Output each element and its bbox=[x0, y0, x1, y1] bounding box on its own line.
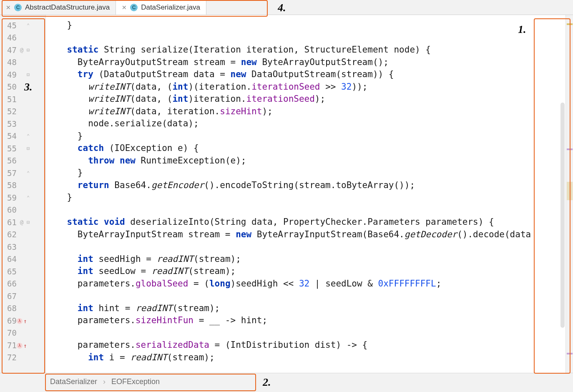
error-strip-marker[interactable] bbox=[567, 182, 573, 200]
code-line[interactable]: } bbox=[46, 130, 565, 143]
code-line[interactable]: throw new RuntimeException(e); bbox=[46, 155, 565, 167]
tab-abstractdatastructure[interactable]: ✕ C AbstractDataStructure.java bbox=[0, 0, 116, 15]
gutter-row[interactable]: 47@⊟ bbox=[0, 44, 45, 56]
tab-dataserializer[interactable]: ✕ C DataSerializer.java bbox=[116, 0, 206, 15]
gutter-mark: λ↑ bbox=[17, 317, 27, 324]
editor-main: 45⌃4647@⊟4849⊟5051525354⌃55⊟5657⌃5859⌃60… bbox=[0, 15, 573, 373]
error-strip[interactable] bbox=[565, 15, 573, 373]
error-strip-marker[interactable] bbox=[567, 353, 573, 354]
java-class-icon: C bbox=[14, 4, 22, 11]
gutter-row[interactable]: 58 bbox=[0, 179, 45, 192]
error-strip-marker[interactable] bbox=[567, 23, 573, 25]
gutter-row[interactable]: 66 bbox=[0, 278, 45, 290]
gutter-row[interactable]: 50 bbox=[0, 81, 45, 93]
fold-icon[interactable]: ⊟ bbox=[27, 219, 34, 225]
line-number: 46 bbox=[3, 33, 17, 42]
code-line[interactable]: int seedHigh = readINT(stream); bbox=[46, 253, 565, 266]
code-line[interactable]: static String serialize(Iteration iterat… bbox=[46, 44, 565, 56]
lambda-icon: λ↑ bbox=[17, 342, 27, 349]
breadcrumb-item[interactable]: DataSerializer bbox=[50, 377, 97, 386]
line-number: 64 bbox=[3, 254, 17, 264]
line-number: 54 bbox=[3, 131, 17, 141]
line-number: 47 bbox=[3, 45, 17, 55]
gutter-row[interactable]: 56 bbox=[0, 155, 45, 167]
line-number: 65 bbox=[3, 267, 17, 276]
close-icon[interactable]: ✕ bbox=[122, 4, 127, 11]
gutter-row[interactable]: 55⊟ bbox=[0, 142, 45, 155]
gutter-row[interactable]: 68 bbox=[0, 302, 45, 315]
gutter-row[interactable]: 67 bbox=[0, 290, 45, 302]
code-line[interactable]: writeINT(data, (int)iteration.iterationS… bbox=[46, 93, 565, 106]
code-line[interactable] bbox=[46, 290, 565, 302]
code-line[interactable] bbox=[46, 241, 565, 253]
gutter-row[interactable]: 70 bbox=[0, 327, 45, 339]
code-line[interactable]: ByteArrayInputStream stream = new ByteAr… bbox=[46, 229, 565, 241]
gutter-row[interactable]: 46 bbox=[0, 32, 45, 44]
code-line[interactable]: } bbox=[46, 167, 565, 179]
line-number: 66 bbox=[3, 279, 17, 288]
line-number: 58 bbox=[3, 181, 17, 190]
gutter-mark: @ bbox=[17, 47, 27, 53]
gutter-row[interactable]: 59⌃ bbox=[0, 191, 45, 204]
gutter-row[interactable]: 64 bbox=[0, 253, 45, 266]
gutter-row[interactable]: 69λ↑ bbox=[0, 314, 45, 327]
gutter-row[interactable]: 71λ↑ bbox=[0, 339, 45, 352]
code-line[interactable]: } bbox=[46, 191, 565, 204]
code-line[interactable]: static void deserializeInto(String data,… bbox=[46, 216, 565, 229]
fold-icon[interactable]: ⌃ bbox=[27, 195, 34, 201]
gutter-row[interactable]: 53 bbox=[0, 118, 45, 130]
code-line[interactable]: writeINT(data, (int)(iteration.iteration… bbox=[46, 81, 565, 93]
editor-tabs: ✕ C AbstractDataStructure.java ✕ C DataS… bbox=[0, 0, 573, 15]
fold-icon[interactable]: ⌃ bbox=[27, 23, 34, 28]
gutter-row[interactable]: 62 bbox=[0, 229, 45, 241]
code-line[interactable]: ByteArrayOutputStream stream = new ByteA… bbox=[46, 56, 565, 69]
gutter-row[interactable]: 60 bbox=[0, 204, 45, 216]
code-line[interactable] bbox=[46, 204, 565, 216]
line-number: 62 bbox=[3, 230, 17, 239]
gutter-row[interactable]: 48 bbox=[0, 56, 45, 69]
code-line[interactable]: int i = readINT(stream); bbox=[46, 352, 565, 364]
error-strip-marker[interactable] bbox=[567, 148, 573, 150]
fold-icon[interactable]: ⌃ bbox=[27, 133, 34, 139]
code-line[interactable]: return Base64.getEncoder().encodeToStrin… bbox=[46, 179, 565, 192]
fold-icon[interactable]: ⊟ bbox=[27, 146, 34, 151]
code-line[interactable]: parameters.sizeHintFun = __ -> hint; bbox=[46, 314, 565, 327]
gutter-row[interactable]: 72 bbox=[0, 352, 45, 364]
line-number: 50 bbox=[3, 82, 17, 91]
line-number: 55 bbox=[3, 144, 17, 153]
code-line[interactable]: catch (IOException e) { bbox=[46, 142, 565, 155]
vertical-scrollbar[interactable] bbox=[560, 103, 565, 328]
java-class-icon: C bbox=[130, 4, 138, 11]
code-line[interactable]: } bbox=[46, 19, 565, 32]
gutter-row[interactable]: 54⌃ bbox=[0, 130, 45, 143]
fold-icon[interactable]: ⊟ bbox=[27, 72, 34, 78]
gutter-mark: @ bbox=[17, 219, 27, 226]
line-number: 71 bbox=[3, 341, 17, 350]
gutter-row[interactable]: 63 bbox=[0, 241, 45, 253]
close-icon[interactable]: ✕ bbox=[6, 4, 11, 11]
gutter-row[interactable]: 61@⊟ bbox=[0, 216, 45, 229]
code-line[interactable]: parameters.serializedData = (IntDistribu… bbox=[46, 339, 565, 352]
gutter-row[interactable]: 51 bbox=[0, 93, 45, 106]
editor-gutter[interactable]: 45⌃4647@⊟4849⊟5051525354⌃55⊟5657⌃5859⌃60… bbox=[0, 15, 46, 373]
code-line[interactable]: int hint = readINT(stream); bbox=[46, 302, 565, 315]
gutter-row[interactable]: 65 bbox=[0, 265, 45, 278]
code-line[interactable]: writeINT(data, iteration.sizeHint); bbox=[46, 106, 565, 118]
code-line[interactable]: node.serialize(data); bbox=[46, 118, 565, 130]
gutter-row[interactable]: 52 bbox=[0, 106, 45, 118]
code-line[interactable]: try (DataOutputStream data = new DataOut… bbox=[46, 68, 565, 81]
fold-icon[interactable]: ⊟ bbox=[27, 47, 34, 53]
code-line[interactable] bbox=[46, 327, 565, 339]
line-number: 51 bbox=[3, 95, 17, 104]
code-line[interactable]: int seedLow = readINT(stream); bbox=[46, 265, 565, 278]
code-line[interactable] bbox=[46, 32, 565, 44]
line-number: 61 bbox=[3, 218, 17, 227]
gutter-row[interactable]: 57⌃ bbox=[0, 167, 45, 179]
breadcrumb-item[interactable]: EOFException bbox=[111, 377, 160, 386]
gutter-row[interactable]: 45⌃ bbox=[0, 19, 45, 32]
fold-icon[interactable]: ⌃ bbox=[27, 170, 34, 176]
gutter-row[interactable]: 49⊟ bbox=[0, 68, 45, 81]
code-line[interactable]: parameters.globalSeed = (long)seedHigh <… bbox=[46, 278, 565, 290]
line-number: 68 bbox=[3, 304, 17, 313]
editor-code-area[interactable]: } static String serialize(Iteration iter… bbox=[46, 15, 565, 373]
